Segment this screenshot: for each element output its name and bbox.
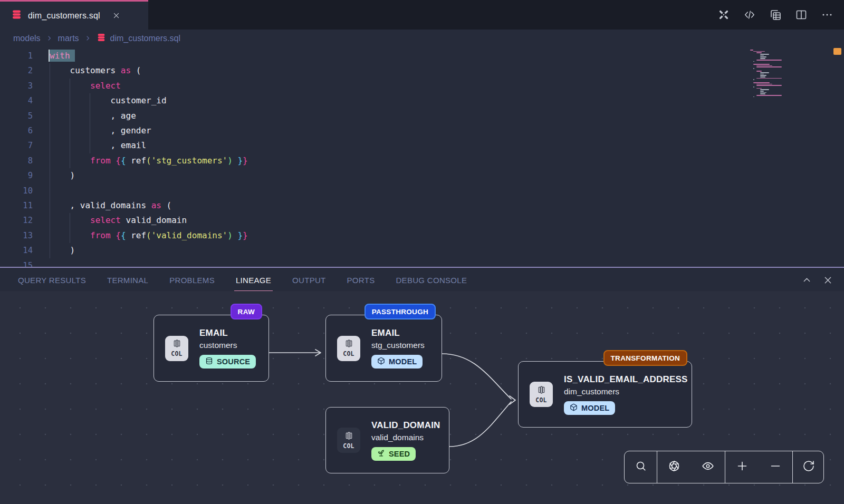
minimap-line — [753, 51, 765, 52]
minimap-line — [756, 78, 782, 79]
code-text: select — [50, 79, 121, 93]
lineage-canvas[interactable]: RAWCOLEMAILcustomersSOURCEPASSTHROUGHCOL… — [0, 291, 844, 504]
editor-tab-bar: dim_customers.sql — [0, 0, 844, 30]
col-label: COL — [343, 442, 354, 450]
node-table-name: stg_customers — [371, 341, 425, 350]
code-line[interactable]: 12 select valid_domain — [0, 213, 844, 228]
minimap-line — [756, 85, 782, 86]
box-icon — [570, 403, 578, 413]
line-number: 7 — [0, 138, 33, 153]
column-chip: COL — [165, 336, 188, 361]
code-line[interactable]: 13 from {{ ref('valid_domains') }} — [0, 228, 844, 243]
panel-tab-ports[interactable]: PORTS — [347, 268, 375, 292]
panel-tab-output[interactable]: OUTPUT — [292, 268, 325, 292]
code-line[interactable]: 7 , email — [0, 138, 844, 153]
node-column-name: EMAIL — [371, 328, 400, 338]
line-number: 4 — [0, 93, 33, 108]
minimap-line — [760, 91, 764, 92]
panel-tab-lineage[interactable]: LINEAGE — [236, 268, 271, 292]
col-label: COL — [171, 350, 182, 357]
minimap-line — [756, 88, 761, 89]
code-line[interactable]: 14 ) — [0, 243, 844, 258]
panel-tab-query-results[interactable]: QUERY RESULTS — [18, 268, 86, 292]
code-text: customers as ( — [50, 63, 141, 78]
columns-icon — [172, 339, 181, 350]
close-icon[interactable] — [823, 275, 833, 285]
minimap[interactable] — [750, 50, 808, 99]
node-body: EMAILcustomersSOURCE — [199, 328, 256, 369]
toolbar-section — [725, 451, 792, 483]
code-line[interactable]: 8 from {{ ref('stg_customers') }} — [0, 153, 844, 168]
breadcrumb-item-dim_customers-sql[interactable]: dim_customers.sql — [97, 33, 180, 44]
code-editor[interactable]: 1with2 customers as (3 select4 customer_… — [0, 47, 844, 267]
close-tab-icon[interactable] — [112, 12, 120, 20]
code-line[interactable]: 9 ) — [0, 168, 844, 183]
minimap-line — [760, 56, 766, 57]
type-badge-model: MODEL — [564, 401, 615, 415]
code-line[interactable]: 6 , gender — [0, 123, 844, 138]
lineage-node-stg_customers[interactable]: PASSTHROUGHCOLEMAILstg_customersMODEL — [325, 315, 442, 382]
code-text: from {{ ref('valid_domains') }} — [50, 228, 248, 243]
columns-icon — [344, 431, 353, 442]
minimap-line — [750, 50, 753, 51]
line-number: 13 — [0, 228, 33, 243]
plus-button[interactable] — [736, 460, 749, 474]
code-text: with — [50, 49, 75, 63]
toolbar-section — [625, 451, 657, 483]
split-editor-icon[interactable] — [795, 8, 808, 21]
code-line[interactable]: 2 customers as ( — [0, 63, 844, 78]
tag-badge-raw: RAW — [231, 304, 262, 319]
code-line[interactable]: 10 — [0, 183, 844, 198]
database-icon — [97, 33, 106, 44]
lineage-node-dim_customers[interactable]: TRANSFORMATIONCOLIS_VALID_EMAIL_ADDRESSd… — [518, 361, 692, 428]
line-number: 9 — [0, 168, 33, 183]
col-label: COL — [535, 396, 546, 404]
code-line[interactable]: 11 , valid_domains as ( — [0, 198, 844, 213]
code-line[interactable]: 15 — [0, 258, 844, 267]
code-line[interactable]: 3 select — [0, 79, 844, 93]
minimap-line — [753, 68, 754, 69]
panel-tab-problems[interactable]: PROBLEMS — [169, 268, 215, 292]
tag-badge-passthrough: PASSTHROUGH — [365, 304, 436, 319]
toolbar-section — [792, 451, 824, 483]
minimap-line — [756, 71, 761, 72]
code-text: ) — [50, 168, 75, 183]
breadcrumb-item-marts[interactable]: marts — [58, 34, 79, 43]
line-number: 8 — [0, 153, 33, 168]
database-icon — [11, 9, 22, 22]
breadcrumb-item-models[interactable]: models — [13, 34, 41, 43]
panel-tab-terminal[interactable]: TERMINAL — [107, 268, 148, 292]
dbt-icon[interactable] — [717, 8, 730, 21]
line-number: 1 — [0, 49, 33, 63]
aperture-icon — [668, 460, 680, 474]
bottom-panel-tabs: QUERY RESULTSTERMINALPROBLEMSLINEAGEOUTP… — [0, 267, 844, 292]
node-body: IS_VALID_EMAIL_ADDRESSdim_customersMODEL — [564, 374, 688, 415]
code-text: , gender — [50, 123, 151, 138]
columns-icon — [537, 385, 546, 396]
minimap-line — [753, 96, 754, 98]
minimap-line — [756, 52, 761, 53]
chevron-up-icon[interactable] — [802, 275, 812, 285]
lineage-node-customers[interactable]: RAWCOLEMAILcustomersSOURCE — [154, 315, 269, 382]
code-line[interactable]: 1with — [0, 49, 844, 63]
more-icon[interactable] — [821, 8, 833, 21]
code-line[interactable]: 4 customer_id — [0, 93, 844, 108]
code-line[interactable]: 5 , age — [0, 109, 844, 123]
lineage-node-valid_domains[interactable]: COLVALID_DOMAINvalid_domainsSEED — [325, 407, 449, 473]
tab-dim-customers[interactable]: dim_customers.sql — [0, 0, 148, 30]
aperture-button[interactable] — [668, 460, 680, 474]
column-chip: COL — [337, 336, 360, 361]
code-icon[interactable] — [743, 8, 756, 21]
eye-button[interactable] — [702, 460, 714, 474]
type-badge-source: SOURCE — [199, 355, 256, 369]
node-column-name: VALID_DOMAIN — [371, 420, 440, 431]
preview-table-icon[interactable] — [769, 8, 782, 21]
refresh-button[interactable] — [802, 460, 815, 474]
panel-tab-debug-console[interactable]: DEBUG CONSOLE — [396, 268, 467, 292]
search-icon — [635, 460, 647, 474]
search-button[interactable] — [635, 460, 647, 474]
minus-button[interactable] — [769, 460, 782, 474]
scrollbar-cursor-marker — [833, 48, 841, 55]
code-text: customer_id — [50, 93, 167, 108]
breadcrumb-separator — [84, 34, 91, 43]
